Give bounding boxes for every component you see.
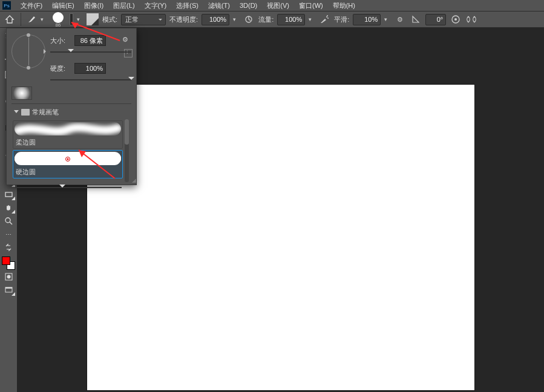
menu-3d[interactable]: 3D(D) [235, 2, 262, 9]
menu-view[interactable]: 视图(V) [262, 1, 294, 10]
opacity-label: 不透明度: [169, 15, 198, 24]
panel-gear-icon[interactable]: ⚙ [119, 33, 131, 45]
brush-item-label: 柔边圆 [15, 137, 121, 147]
resize-grip-icon[interactable]: ◢ [132, 177, 135, 183]
options-bar: ▾ 86 ▾ 模式: 正常 不透明度: 100% ▾ 流量: 100% ▾ 平滑… [0, 11, 544, 28]
tool-hand[interactable] [1, 201, 16, 214]
color-swatches[interactable] [2, 256, 15, 270]
airbrush-icon[interactable] [318, 13, 330, 25]
tool-picker-chevron-icon[interactable]: ▾ [41, 16, 47, 22]
brush-tip-preview [11, 87, 32, 100]
flow-label: 流量: [258, 15, 274, 24]
svg-rect-14 [5, 192, 12, 197]
svg-point-3 [327, 15, 328, 16]
blend-mode-value: 正常 [125, 15, 139, 24]
angle-handle-icon[interactable] [27, 66, 30, 70]
brush-item-soft[interactable]: 柔边圆 [13, 120, 123, 149]
tool-zoom[interactable] [1, 214, 16, 227]
smoothing-gear-icon[interactable]: ⚙ [394, 13, 406, 25]
brush-list-scrollbar[interactable] [125, 119, 129, 182]
svg-rect-20 [5, 287, 12, 289]
color-swap-icon[interactable] [1, 241, 16, 254]
pressure-opacity-icon[interactable] [243, 13, 255, 25]
brush-hardness-preview-icon [70, 13, 73, 25]
brush-preset-picker[interactable]: 86 [50, 11, 66, 28]
blend-mode-select[interactable]: 正常 [121, 14, 166, 25]
menu-edit[interactable]: 编辑(E) [47, 1, 79, 10]
svg-point-5 [454, 18, 457, 21]
brush-item-hard[interactable]: 硬边圆 [13, 150, 123, 178]
brush-size-badge: 86 [56, 23, 61, 28]
scrollbar-thumb[interactable] [125, 119, 129, 145]
svg-point-1 [326, 16, 327, 18]
opacity-chevron-icon[interactable]: ▾ [233, 16, 239, 22]
brush-list[interactable]: 柔边圆 硬边圆 [11, 119, 131, 182]
brush-preset-panel: ⚙ 大小: 86 像素 硬度: 100% 常规画笔 [6, 28, 137, 185]
menu-bar: Ps 文件(F) 编辑(E) 图像(I) 图层(L) 文字(Y) 选择(S) 滤… [0, 0, 544, 11]
opacity-field[interactable]: 100% [202, 14, 229, 25]
brush-folder[interactable]: 常规画笔 [11, 106, 131, 119]
angle-handle-icon[interactable] [27, 33, 30, 37]
menu-select[interactable]: 选择(S) [171, 1, 203, 10]
flow-chevron-icon[interactable]: ▾ [309, 16, 315, 22]
smoothing-label: 平滑: [334, 15, 349, 24]
brush-tip-preview-icon [53, 12, 64, 23]
angle-icon[interactable] [410, 13, 422, 25]
hardness-label: 硬度: [50, 64, 71, 73]
menu-filter[interactable]: 滤镜(T) [203, 1, 235, 10]
flow-field[interactable]: 100% [277, 14, 305, 25]
separator [21, 13, 21, 26]
brush-item-label: 硬边圆 [15, 166, 121, 177]
size-field[interactable]: 86 像素 [74, 35, 106, 46]
brush-preset-chevron-icon[interactable]: ▾ [77, 16, 83, 22]
artboard[interactable] [87, 85, 474, 390]
menu-text[interactable]: 文字(Y) [140, 1, 172, 10]
smoothing-chevron-icon[interactable]: ▾ [384, 16, 390, 22]
app-logo: Ps [2, 1, 11, 10]
foreground-color-swatch[interactable] [2, 256, 10, 265]
menu-image[interactable]: 图像(I) [79, 1, 108, 10]
mode-label: 模式: [102, 15, 117, 24]
menu-window[interactable]: 窗口(W) [294, 1, 328, 10]
disclosure-triangle-icon[interactable] [14, 110, 19, 115]
pressure-size-icon[interactable] [450, 13, 462, 25]
tool-edit-toolbar[interactable]: ⋯ [1, 227, 16, 241]
svg-point-18 [7, 275, 10, 278]
quick-mask-icon[interactable] [1, 270, 16, 283]
tool-indicator-brush-icon[interactable] [26, 14, 37, 25]
brush-angle-control[interactable] [11, 34, 45, 68]
size-slider[interactable] [50, 49, 131, 55]
svg-point-2 [327, 18, 329, 19]
menu-help[interactable]: 帮助(H) [328, 1, 360, 10]
menu-file[interactable]: 文件(F) [16, 1, 47, 10]
hardness-field[interactable]: 100% [74, 63, 106, 74]
folder-icon [21, 109, 30, 116]
screen-mode-icon[interactable] [1, 283, 16, 296]
brush-tree: 常规画笔 柔边圆 硬边圆 [11, 103, 131, 182]
hardness-slider[interactable] [50, 77, 131, 83]
symmetry-icon[interactable] [465, 13, 477, 25]
svg-line-16 [10, 222, 12, 224]
angle-field[interactable]: 0° [425, 14, 446, 25]
brush-panel-toggle-icon[interactable] [87, 13, 99, 25]
size-label: 大小: [50, 36, 71, 45]
folder-label: 常规画笔 [32, 108, 59, 117]
menu-layer[interactable]: 图层(L) [108, 1, 139, 10]
thumbnail-size-slider[interactable] [11, 185, 131, 191]
angle-arrow-icon [44, 49, 48, 54]
smoothing-field[interactable]: 10% [353, 14, 381, 25]
svg-point-15 [5, 218, 10, 223]
home-button[interactable] [4, 13, 16, 25]
